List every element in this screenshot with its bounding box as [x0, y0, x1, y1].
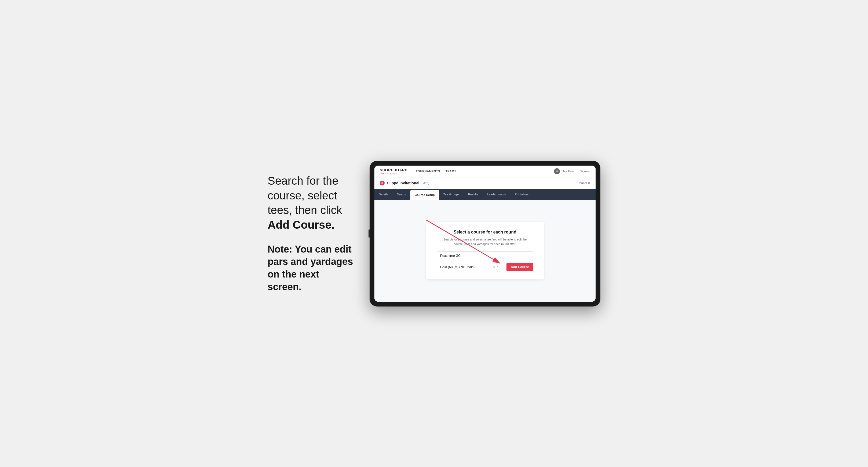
tab-course-setup[interactable]: Course Setup [410, 190, 439, 200]
cancel-button[interactable]: Cancel ✕ [578, 181, 590, 185]
tournament-badge: (Men) [422, 181, 429, 185]
main-content: Select a course for each round Search fo… [374, 200, 596, 302]
left-annotation: Search for the course, select tees, then… [268, 174, 353, 293]
top-navigation: SCOREBOARD Powered by clippd TOURNAMENTS… [374, 165, 596, 178]
nav-tournaments[interactable]: TOURNAMENTS [416, 169, 440, 173]
sign-out-link[interactable]: Sign out [580, 170, 590, 173]
tournament-title-area: C Clippd Invitational (Men) [380, 181, 429, 185]
course-selection-card: Select a course for each round Search fo… [426, 222, 544, 279]
tee-select-dropdown[interactable]: Gold (M) (M) (7010 yds) ✕ ⌃⌄ [437, 263, 504, 271]
logo-subtitle: Powered by clippd [380, 172, 408, 175]
tab-leaderboards[interactable]: Leaderboards [483, 189, 510, 200]
tee-clear-icon[interactable]: ✕ [493, 266, 495, 269]
top-nav-right: U Test User | Sign out [554, 168, 590, 174]
tab-results[interactable]: Results [464, 189, 483, 200]
tablet-screen: SCOREBOARD Powered by clippd TOURNAMENTS… [374, 165, 596, 302]
note-label: Note: [268, 244, 292, 255]
tab-teams[interactable]: Teams [393, 189, 410, 200]
tablet-side-button [369, 229, 370, 238]
tab-printables[interactable]: Printables [510, 189, 533, 200]
tournament-icon: C [380, 181, 384, 185]
annotation-note: Note: You can edit pars and yardages on … [268, 243, 353, 293]
top-nav-links: TOURNAMENTS TEAMS [416, 169, 554, 173]
card-description: Search for a course and select a tee. Yo… [443, 237, 527, 246]
tee-select-controls: ✕ ⌃⌄ [493, 266, 501, 269]
annotation-main-text: Search for the course, select tees, then… [268, 174, 353, 232]
nav-teams[interactable]: TEAMS [445, 169, 457, 173]
description-line1: Search for a course and select a tee. Yo… [443, 238, 527, 241]
tee-select-row: Gold (M) (M) (7010 yds) ✕ ⌃⌄ Add Course [437, 263, 533, 271]
logo-area: SCOREBOARD Powered by clippd [380, 168, 408, 175]
description-line2: course, pars and yardages for each round… [454, 242, 516, 246]
cancel-label: Cancel [578, 181, 587, 185]
tournament-name: Clippd Invitational [387, 181, 419, 185]
cancel-icon: ✕ [588, 181, 590, 185]
tab-details[interactable]: Details [374, 189, 393, 200]
card-title: Select a course for each round [454, 230, 517, 235]
nav-separator: | [577, 169, 578, 174]
tee-select-value: Gold (M) (M) (7010 yds) [440, 265, 474, 269]
tee-arrows-icon: ⌃⌄ [497, 266, 501, 269]
course-search-input[interactable] [437, 251, 533, 260]
annotation-bold: Add Course. [268, 218, 335, 231]
tournament-header: C Clippd Invitational (Men) Cancel ✕ [374, 178, 596, 189]
add-course-button[interactable]: Add Course [506, 263, 533, 271]
logo-title: SCOREBOARD [380, 168, 408, 172]
tab-bar: Details Teams Course Setup Tee Groups Re… [374, 189, 596, 200]
tab-tee-groups[interactable]: Tee Groups [439, 189, 464, 200]
tablet-device: SCOREBOARD Powered by clippd TOURNAMENTS… [370, 161, 600, 307]
user-avatar: U [554, 168, 560, 174]
user-label: Test User [563, 170, 574, 173]
